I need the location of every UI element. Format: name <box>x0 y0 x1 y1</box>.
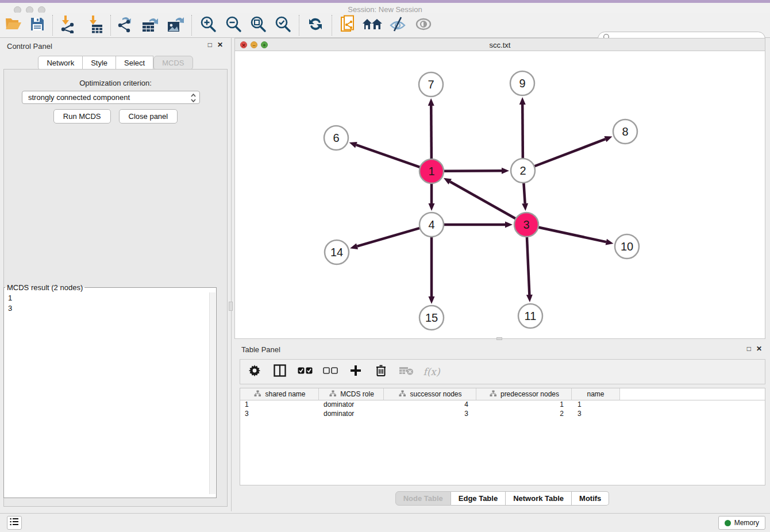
graph-node-label: 8 <box>622 125 628 138</box>
toggle-column-view-button[interactable] <box>271 363 288 380</box>
tab-edge-table[interactable]: Edge Table <box>451 491 506 506</box>
graph-edge-4-14[interactable] <box>357 228 420 246</box>
zoom-in-button[interactable] <box>198 16 218 35</box>
graph-edge-3-1[interactable] <box>450 182 515 219</box>
result-scrollbar[interactable] <box>209 292 215 494</box>
zoom-selected-icon <box>274 16 291 35</box>
graph-edge-2-3[interactable] <box>523 183 525 203</box>
column-header-MCDS-role[interactable]: MCDS role <box>319 388 384 400</box>
float-window-icon[interactable]: □ <box>208 41 212 48</box>
memory-button[interactable]: Memory <box>718 516 765 530</box>
graph-edge-1-6[interactable] <box>356 145 420 167</box>
horizontal-splitter-handle[interactable] <box>496 337 502 340</box>
unchecked-boxes-icon <box>323 367 338 377</box>
network-titlebar[interactable]: ✕ – + scc.txt <box>235 38 765 51</box>
plus-icon <box>350 365 361 379</box>
run-mcds-button[interactable]: Run MCDS <box>53 109 111 124</box>
tab-network-table[interactable]: Network Table <box>506 491 572 506</box>
tab-node-table[interactable]: Node Table <box>395 491 451 506</box>
control-panel-title: Control Panel <box>7 42 52 51</box>
table-cell[interactable]: dominator <box>319 410 384 419</box>
tab-select[interactable]: Select <box>116 56 153 70</box>
create-column-button[interactable] <box>347 363 364 380</box>
tab-style[interactable]: Style <box>83 56 116 70</box>
graph-edge-3-11[interactable] <box>527 237 529 295</box>
criterion-select-value: strongly connected component <box>28 93 130 102</box>
table-row[interactable]: 3dominator323 <box>240 410 765 419</box>
table-cell[interactable]: 2 <box>476 410 572 419</box>
graph-node-label: 10 <box>621 240 633 253</box>
open-file-button[interactable] <box>3 16 23 35</box>
table-cell[interactable]: 1 <box>240 400 319 410</box>
deselect-all-columns-button[interactable] <box>322 363 339 380</box>
home-button[interactable] <box>363 16 382 35</box>
edge-arrowhead <box>349 142 357 148</box>
mcds-result-line: 3 <box>8 303 216 314</box>
show-panels-button[interactable] <box>7 516 22 530</box>
function-icon: f(x) <box>423 366 440 377</box>
column-header-successor-nodes[interactable]: successor nodes <box>384 388 476 400</box>
graph-node-label: 2 <box>519 164 526 177</box>
column-header-shared-name[interactable]: shared name <box>240 388 319 400</box>
tab-mcds[interactable]: MCDS <box>153 56 192 70</box>
table-cell[interactable]: dominator <box>319 400 384 410</box>
edge-arrowhead <box>526 295 533 302</box>
graph-edge-1-7[interactable] <box>431 106 432 159</box>
network-overview-button[interactable] <box>338 16 357 35</box>
table-cell[interactable]: 3 <box>572 410 620 419</box>
import-table-button[interactable] <box>86 16 105 35</box>
graph-node-label: 4 <box>428 218 434 231</box>
gear-icon <box>249 365 260 379</box>
table-row[interactable]: 1dominator411 <box>240 400 765 410</box>
apply-layout-button[interactable] <box>306 16 325 35</box>
eye-icon <box>415 17 432 34</box>
graph-edge-3-10[interactable] <box>538 227 606 242</box>
zoom-selected-button[interactable] <box>273 16 292 35</box>
column-header-name[interactable]: name <box>572 388 620 400</box>
columns-icon <box>274 364 286 379</box>
table-cell[interactable]: 3 <box>240 410 319 419</box>
table-cell[interactable]: 1 <box>476 400 572 410</box>
window-titlebar: Session: New Session <box>0 0 770 13</box>
save-session-button[interactable] <box>28 16 47 35</box>
edge-arrowhead <box>502 168 509 174</box>
float-window-icon[interactable]: □ <box>747 345 751 352</box>
node-table[interactable]: shared nameMCDS rolesuccessor nodesprede… <box>240 388 765 485</box>
zoom-out-button[interactable] <box>224 16 243 35</box>
import-network-button[interactable] <box>58 16 78 35</box>
table-panel: Table Panel □ ✕ f(x) shared nameMCDS rol… <box>234 342 770 511</box>
delete-column-button[interactable] <box>372 363 390 380</box>
graph-edge-2-8[interactable] <box>534 139 606 166</box>
network-graph[interactable]: 7968124314101511 <box>235 51 765 338</box>
tab-network[interactable]: Network <box>38 56 83 70</box>
export-table-button[interactable] <box>140 16 160 35</box>
tab-motifs[interactable]: Motifs <box>572 491 609 506</box>
graph-edge-2-9[interactable] <box>522 105 523 159</box>
criterion-select[interactable]: strongly connected component <box>22 91 200 104</box>
vertical-splitter-handle[interactable] <box>229 302 233 311</box>
export-image-button[interactable] <box>165 16 185 35</box>
close-panel-button[interactable]: Close panel <box>119 109 178 124</box>
graph-node-label: 1 <box>428 165 434 178</box>
export-network-button[interactable] <box>116 16 135 35</box>
table-settings-button[interactable] <box>246 363 263 380</box>
edge-arrowhead <box>519 97 526 105</box>
hierarchy-icon <box>399 390 406 399</box>
graph-node-label: 6 <box>333 132 339 144</box>
table-cell[interactable]: 4 <box>384 400 476 410</box>
column-header-predecessor-nodes[interactable]: predecessor nodes <box>476 388 572 400</box>
table-body: 1dominator4113dominator323 <box>240 400 765 419</box>
table-cell[interactable]: 3 <box>384 410 476 419</box>
network-canvas[interactable]: 7968124314101511 <box>235 51 765 338</box>
table-cell[interactable]: 1 <box>572 400 620 410</box>
column-header-label: predecessor nodes <box>500 390 559 398</box>
status-bar: Memory <box>0 513 770 532</box>
import-table-icon <box>87 15 103 36</box>
graph-edge-1-2[interactable] <box>444 171 502 171</box>
hide-graphics-details-button[interactable] <box>388 16 407 35</box>
zoom-fit-button[interactable] <box>248 16 268 35</box>
close-panel-icon[interactable]: ✕ <box>756 345 762 352</box>
edge-arrowhead <box>429 203 435 211</box>
select-all-columns-button[interactable] <box>297 363 314 380</box>
close-panel-icon[interactable]: ✕ <box>217 41 223 48</box>
